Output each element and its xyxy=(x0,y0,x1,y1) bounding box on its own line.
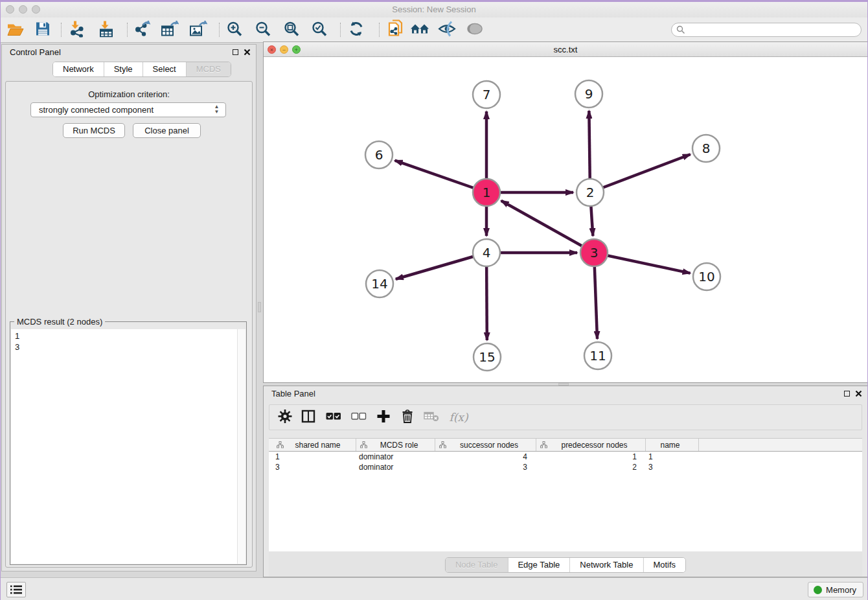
window-zoom-button[interactable] xyxy=(32,5,40,14)
zoom-fit-icon[interactable] xyxy=(283,21,300,40)
table-panel-close-icon[interactable] xyxy=(855,390,862,397)
delete-table-icon[interactable] xyxy=(424,411,439,424)
network-minimize-button[interactable]: − xyxy=(280,45,288,54)
export-table-icon[interactable] xyxy=(161,21,179,40)
table-tab-motifs[interactable]: Motifs xyxy=(643,558,685,572)
graph-node-9[interactable]: 9 xyxy=(575,80,602,108)
search-input[interactable] xyxy=(671,23,862,37)
unselect-all-columns-icon[interactable] xyxy=(351,413,367,422)
apply-layout-icon[interactable] xyxy=(348,21,365,40)
column-header-name[interactable]: name xyxy=(646,439,699,451)
graph-node-8[interactable]: 8 xyxy=(692,135,720,162)
app-titlebar: Session: New Session xyxy=(0,2,868,17)
edge-3-10[interactable] xyxy=(594,253,691,273)
task-history-button[interactable] xyxy=(6,582,26,597)
graph-node-10[interactable]: 10 xyxy=(693,263,720,290)
network-zoom-button[interactable]: + xyxy=(292,45,301,54)
control-tab-style[interactable]: Style xyxy=(104,62,143,76)
function-builder-icon[interactable]: f(x) xyxy=(449,411,468,424)
clone-network-icon[interactable] xyxy=(387,19,405,41)
show-panels-icon[interactable] xyxy=(466,22,484,38)
add-column-icon[interactable] xyxy=(376,410,391,426)
table-cell[interactable]: 3 xyxy=(273,462,356,472)
zoom-selected-icon[interactable] xyxy=(311,21,328,40)
close-panel-button[interactable]: Close panel xyxy=(133,123,201,138)
graph-node-label: 14 xyxy=(371,276,387,292)
graph-node-2[interactable]: 2 xyxy=(577,179,604,206)
optimization-select[interactable]: strongly connected component ▲▼ xyxy=(30,102,226,117)
control-panel-close-icon[interactable] xyxy=(244,49,251,56)
table-body[interactable]: 1dominator4113dominator323 xyxy=(269,452,862,551)
save-session-icon[interactable] xyxy=(34,21,51,40)
table-cell[interactable]: 4 xyxy=(435,452,536,462)
table-cell[interactable]: 2 xyxy=(536,462,646,472)
table-cell[interactable]: 1 xyxy=(273,452,356,462)
edge-1-6[interactable] xyxy=(395,161,486,192)
column-header-successor-nodes[interactable]: successor nodes xyxy=(435,439,536,451)
memory-label: Memory xyxy=(826,585,856,595)
table-row-1[interactable]: 1dominator411 xyxy=(269,452,862,462)
toolbar-separator xyxy=(340,23,341,37)
graph-node-4[interactable]: 4 xyxy=(473,239,500,266)
zoom-in-icon[interactable] xyxy=(226,21,243,40)
list-icon xyxy=(10,584,23,595)
hide-panels-icon[interactable] xyxy=(438,21,456,40)
table-tab-network-table[interactable]: Network Table xyxy=(570,558,643,572)
zoom-out-icon[interactable] xyxy=(255,21,271,40)
control-tab-network[interactable]: Network xyxy=(53,62,104,76)
toolbar-separator xyxy=(379,23,380,37)
gear-icon[interactable] xyxy=(278,410,292,426)
search-icon xyxy=(676,25,685,36)
table-row-2[interactable]: 3dominator323 xyxy=(269,462,862,472)
window-minimize-button[interactable] xyxy=(19,5,27,14)
import-network-icon[interactable] xyxy=(68,21,85,40)
window-close-button[interactable] xyxy=(6,5,14,14)
select-all-columns-icon[interactable] xyxy=(326,413,341,422)
mcds-result-content[interactable]: 1 3 xyxy=(11,329,246,564)
graph-node-11[interactable]: 11 xyxy=(584,342,611,369)
table-cell[interactable]: 3 xyxy=(646,462,699,472)
graph-node-7[interactable]: 7 xyxy=(473,81,500,108)
table-panel-float-icon[interactable] xyxy=(844,391,850,397)
export-network-icon[interactable] xyxy=(133,21,150,40)
mcds-result-title: MCDS result (2 nodes) xyxy=(14,317,105,327)
show-home-icon[interactable] xyxy=(410,21,429,39)
column-header-MCDS-role[interactable]: MCDS role xyxy=(356,439,435,451)
network-view-window: × − + scc.txt 7968124314101511 xyxy=(263,41,868,383)
table-cell[interactable]: dominator xyxy=(356,452,435,462)
table-cell[interactable]: 3 xyxy=(435,462,536,472)
memory-button[interactable]: Memory xyxy=(808,582,863,597)
open-file-icon[interactable] xyxy=(6,21,25,40)
vertical-splitter[interactable] xyxy=(257,44,262,577)
graph-node-3[interactable]: 3 xyxy=(580,239,608,266)
edge-3-1[interactable] xyxy=(501,201,594,253)
graph-node-6[interactable]: 6 xyxy=(365,141,393,168)
delete-column-icon[interactable] xyxy=(401,410,414,426)
graph-node-1[interactable]: 1 xyxy=(473,179,500,206)
select-stepper-icon: ▲▼ xyxy=(213,104,220,115)
column-header-shared-name[interactable]: shared name xyxy=(273,439,356,451)
table-cell[interactable]: 1 xyxy=(646,452,699,462)
table-cell[interactable]: dominator xyxy=(356,462,435,472)
graph-node-label: 15 xyxy=(479,349,495,365)
table-tab-edge-table[interactable]: Edge Table xyxy=(508,558,570,572)
control-tab-select[interactable]: Select xyxy=(143,62,187,76)
graph-node-15[interactable]: 15 xyxy=(474,343,501,371)
control-panel-float-icon[interactable] xyxy=(233,49,238,55)
mcds-result-scrollbar[interactable] xyxy=(237,329,246,564)
table-toolbar: f(x) xyxy=(269,404,862,430)
import-table-icon[interactable] xyxy=(98,21,115,40)
edge-2-8[interactable] xyxy=(590,154,691,192)
run-mcds-button[interactable]: Run MCDS xyxy=(63,123,125,138)
control-tab-mcds[interactable]: MCDS xyxy=(187,62,231,76)
column-header-predecessor-nodes[interactable]: predecessor nodes xyxy=(536,439,646,451)
network-canvas[interactable]: 7968124314101511 xyxy=(264,57,867,382)
graph-node-14[interactable]: 14 xyxy=(366,270,393,297)
export-image-icon[interactable] xyxy=(189,21,207,40)
table-tab-node-table[interactable]: Node Table xyxy=(446,558,508,572)
network-close-button[interactable]: × xyxy=(268,45,276,54)
control-panel-title: Control Panel xyxy=(10,47,61,57)
column-view-icon[interactable] xyxy=(301,410,315,426)
table-cell[interactable]: 1 xyxy=(536,452,646,462)
vertical-splitter-handle[interactable] xyxy=(258,302,261,312)
